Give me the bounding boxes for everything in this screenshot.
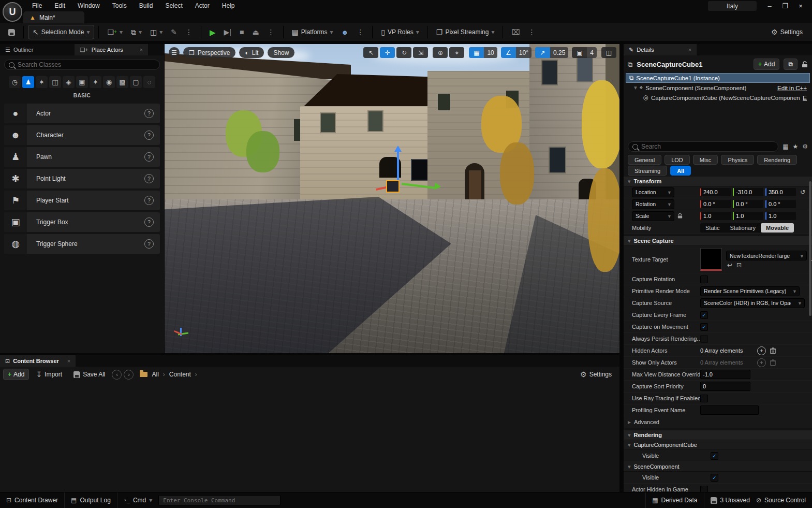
blueprints-button[interactable]: ⧉▾: [127, 25, 146, 39]
ray-tracing-checkbox[interactable]: [700, 395, 708, 402]
scene-capture-section-header[interactable]: ▾ Scene Capture: [624, 236, 812, 246]
texture-target-thumbnail[interactable]: [700, 248, 722, 271]
restore-button[interactable]: ❐: [777, 1, 793, 11]
frame-skip-button[interactable]: ▶|: [220, 25, 235, 39]
minimize-button[interactable]: –: [762, 1, 777, 11]
mobility-stationary[interactable]: Stationary: [725, 225, 761, 231]
save-button[interactable]: [4, 25, 19, 39]
menu-edit[interactable]: Edit: [48, 0, 71, 11]
gizmo-z-axis[interactable]: [397, 150, 399, 182]
capture-rotation-checkbox[interactable]: [700, 275, 708, 283]
scene-component-subheader[interactable]: ▾ SceneComponent: [624, 462, 812, 472]
chip-all[interactable]: All: [670, 166, 691, 176]
viewport-layout-button[interactable]: ◫: [601, 47, 616, 58]
play-options[interactable]: ⋮: [263, 25, 279, 39]
actor-hidden-checkbox[interactable]: [700, 486, 708, 492]
world-local-toggle[interactable]: ⊕: [433, 47, 448, 58]
place-actor-point-light[interactable]: ✱ Point Light ?: [4, 169, 160, 188]
place-actor-pawn[interactable]: ♟ Pawn ?: [4, 147, 160, 167]
close-icon[interactable]: ×: [140, 47, 143, 53]
unsaved-button[interactable]: 3 Unsaved: [704, 492, 756, 508]
details-settings-icon[interactable]: ⚙: [802, 143, 808, 150]
location-x-field[interactable]: 240.0: [700, 188, 731, 196]
add-element-icon[interactable]: +: [757, 346, 766, 355]
scale-y-field[interactable]: 1.0: [733, 212, 763, 220]
cinematics-button[interactable]: ◫▾: [146, 25, 167, 39]
help-icon[interactable]: ?: [144, 174, 154, 183]
scale-x-field[interactable]: 1.0: [700, 212, 731, 220]
move-tool[interactable]: ✛: [380, 47, 395, 58]
source-control-button[interactable]: ⊘ Source Control: [756, 492, 812, 508]
show-dropdown[interactable]: Show: [268, 47, 294, 58]
rotation-y-field[interactable]: 0.0 °: [733, 200, 763, 208]
stop-button[interactable]: ■: [235, 25, 248, 39]
help-icon[interactable]: ?: [144, 196, 154, 205]
output-log-button[interactable]: ▤ Output Log: [65, 492, 117, 508]
tab-content-browser[interactable]: ⊡ Content Browser ×: [0, 355, 76, 367]
place-actor-trigger-sphere[interactable]: ◍ Trigger Sphere ?: [4, 234, 160, 254]
chip-lod[interactable]: LOD: [665, 155, 690, 165]
breadcrumb-content[interactable]: Content: [167, 369, 193, 380]
category-basic[interactable]: ♟: [22, 76, 34, 88]
capture-sort-priority-field[interactable]: 0: [700, 382, 750, 391]
menu-help[interactable]: Help: [216, 0, 241, 11]
breadcrumb-all[interactable]: All: [150, 369, 160, 380]
help-icon[interactable]: ?: [144, 152, 154, 162]
menu-select[interactable]: Select: [159, 0, 188, 11]
eject-button[interactable]: ⏏: [248, 25, 263, 39]
capture-source-dropdown[interactable]: SceneColor (HDR) in RGB, Inv Opacity▾: [700, 298, 805, 308]
scale-snap-toggle[interactable]: ↗: [535, 47, 550, 58]
primitive-render-mode-dropdown[interactable]: Render Scene Primitives (Legacy)▾: [700, 286, 800, 296]
category-all[interactable]: ◌: [143, 76, 155, 88]
viewport-3d[interactable]: ☰ ❒Perspective ◐Lit Show ↖ ✛ ↻ ⇲ ⊕ ⌖ ▦ 1…: [165, 44, 619, 353]
chip-streaming[interactable]: Streaming: [628, 166, 667, 176]
perspective-dropdown[interactable]: ❒Perspective: [183, 47, 235, 58]
component-row-capture-component[interactable]: ◎ CaptureComponentCube (NewSceneCaptureC…: [626, 93, 810, 103]
add-actor-button[interactable]: ❏+▾: [103, 25, 126, 39]
add-component-button[interactable]: +Add: [754, 59, 779, 70]
scale-snap-value[interactable]: 0.25: [550, 47, 568, 58]
menu-tools[interactable]: Tools: [106, 0, 133, 11]
edit-in-cpp-link[interactable]: Edit in C++: [777, 85, 807, 91]
category-volumes[interactable]: ▢: [130, 76, 142, 88]
place-actor-trigger-box[interactable]: ▣ Trigger Box ?: [4, 212, 160, 232]
favorites-icon[interactable]: ★: [792, 143, 798, 150]
scale-dropdown[interactable]: Scale▾: [632, 211, 674, 221]
component-row-instance[interactable]: ⧉ SceneCaptureCube1 (Instance): [626, 73, 810, 83]
edit-link-truncated[interactable]: E: [803, 95, 807, 101]
vp-roles-dropdown[interactable]: ▯ VP Roles ▾: [377, 25, 423, 39]
tab-outliner[interactable]: ☰ Outliner: [0, 44, 38, 55]
content-browser-settings[interactable]: ⚙Settings: [575, 369, 616, 380]
location-dropdown[interactable]: Location▾: [632, 187, 674, 197]
selected-capture-actor[interactable]: [386, 180, 400, 193]
lit-dropdown[interactable]: ◐Lit: [239, 47, 264, 58]
add-asset-button[interactable]: +Add: [3, 369, 29, 380]
rotation-snap-toggle[interactable]: ∠: [501, 47, 516, 58]
max-view-distance-field[interactable]: -1.0: [700, 370, 750, 379]
settings-dropdown[interactable]: ⚙ Settings: [767, 25, 807, 39]
use-selected-asset-icon[interactable]: ↩: [727, 262, 732, 268]
multi-user-button[interactable]: ☻: [337, 25, 353, 39]
details-scrollbar[interactable]: [809, 181, 811, 316]
chip-general[interactable]: General: [628, 155, 661, 165]
location-z-field[interactable]: 350.0: [765, 188, 796, 196]
scale-lock-icon[interactable]: [677, 213, 683, 219]
scale-z-field[interactable]: 1.0: [765, 212, 796, 220]
rotation-z-field[interactable]: 0.0 °: [765, 200, 796, 208]
display-options-icon[interactable]: ▦: [783, 143, 788, 150]
category-shapes[interactable]: ▩: [116, 76, 128, 88]
reset-icon[interactable]: ↺: [800, 189, 805, 195]
capture-every-frame-checkbox[interactable]: ✓: [700, 311, 708, 319]
console-command-input[interactable]: Enter Console Command: [158, 495, 280, 505]
rotation-snap-value[interactable]: 10°: [516, 47, 532, 58]
more-tools[interactable]: ⋮: [524, 25, 540, 39]
category-media[interactable]: ◉: [103, 76, 115, 88]
close-icon[interactable]: ×: [688, 47, 691, 53]
component-row-scene-component[interactable]: ▾ ⌖ SceneComponent (SceneComponent) Edit…: [626, 83, 810, 93]
scale-tool[interactable]: ⇲: [413, 47, 428, 58]
chip-misc[interactable]: Misc: [693, 155, 718, 165]
search-classes-input[interactable]: Search Classes: [4, 60, 160, 70]
camera-speed-button[interactable]: ▣: [572, 47, 587, 58]
mobility-movable[interactable]: Movable: [761, 223, 794, 233]
help-icon[interactable]: ?: [144, 109, 154, 118]
